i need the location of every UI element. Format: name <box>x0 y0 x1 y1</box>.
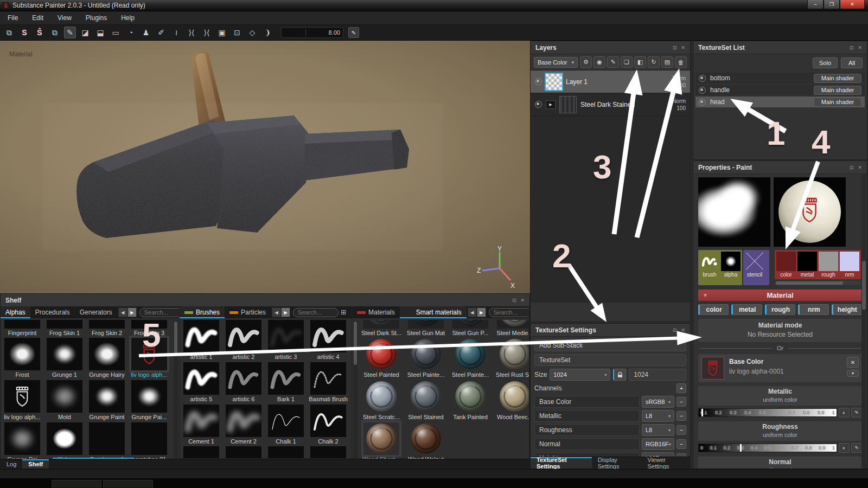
alpha-item[interactable]: Grunge Pai... <box>130 380 169 420</box>
channel-format-dropdown[interactable]: RGB16F ▾ <box>642 438 674 450</box>
textureset-row[interactable]: head Main shader <box>695 97 865 107</box>
title-bar[interactable]: S Substance Painter 2.0.3 - Untitled (Re… <box>0 0 868 11</box>
properties-scrollbar[interactable] <box>861 174 866 468</box>
brush-item[interactable] <box>266 446 305 458</box>
layer-tool-icon[interactable]: ◧ <box>634 56 646 68</box>
base-color-resource-card[interactable]: Base Color liv logo alpha-0001 ✕ ▾ <box>698 354 862 382</box>
brushes-search-input[interactable] <box>293 308 339 317</box>
channel-name[interactable]: Roughness <box>534 424 640 436</box>
float-panel-icon[interactable]: ⊡ <box>512 298 516 303</box>
prev-tab-icon[interactable]: ◀ <box>118 307 127 317</box>
layer-tool-icon[interactable]: ▤ <box>661 56 673 68</box>
toolbar-icon[interactable]: ❩ <box>261 27 273 38</box>
channel-name[interactable]: Metallic <box>534 410 640 422</box>
material-item[interactable]: Steel Painted <box>361 338 402 378</box>
grayscale-toggle-icon[interactable]: ◐ <box>839 443 850 453</box>
material-item[interactable]: Steel Medie... <box>494 320 529 336</box>
restore-button[interactable]: ❐ <box>824 0 840 9</box>
menu-item[interactable]: Help <box>121 14 135 22</box>
toolbar-icon[interactable]: ◔ <box>125 27 137 38</box>
channel-format-dropdown[interactable]: L8 ▾ <box>642 424 674 436</box>
brush-item[interactable]: Chalk 2 <box>309 404 348 445</box>
clear-resource-button[interactable]: ✕ <box>847 357 859 368</box>
brush-item[interactable] <box>224 446 263 458</box>
toolbar-icon[interactable]: ✎ <box>64 27 76 38</box>
material-channel-slot[interactable]: color <box>776 252 796 278</box>
main-shader-button[interactable]: Main shader <box>814 86 861 95</box>
settings-tab[interactable]: Display Settings <box>592 457 642 468</box>
toolbar-icon[interactable]: ◪ <box>79 27 91 38</box>
remove-channel-button[interactable]: − <box>676 425 686 435</box>
brush-item[interactable]: Cement 1 <box>182 404 221 445</box>
material-channel-slot[interactable]: rough <box>819 252 838 278</box>
layer-thumbnail[interactable] <box>559 96 577 113</box>
materials-search-input[interactable] <box>489 308 529 317</box>
viewport-3d[interactable]: Material Y Z X <box>0 41 530 293</box>
channel-name[interactable]: Base Color <box>534 396 640 408</box>
close-button[interactable]: ✕ <box>840 0 865 9</box>
brush-item[interactable]: artistic 1 <box>182 320 221 360</box>
alpha-item[interactable]: Sandpaper 1 <box>87 422 126 459</box>
prev-tab-icon[interactable]: ◀ <box>272 307 281 317</box>
brush-item[interactable]: artistic 4 <box>309 320 348 360</box>
material-item[interactable]: Tank Painted <box>450 380 491 420</box>
alpha-item[interactable]: liv logo alph... <box>3 380 42 420</box>
layer-row[interactable]: ▶ Steel Dark Stained Norm 100 <box>531 93 690 116</box>
channel-toggle-button[interactable]: nrm <box>798 304 828 315</box>
shelf-tab[interactable]: Smart materials <box>400 306 467 318</box>
material-item[interactable]: Steel Scratc... <box>361 380 402 420</box>
materials-scrollbar[interactable] <box>353 320 358 458</box>
toolbar-icon[interactable]: ≀ <box>170 27 182 38</box>
material-item[interactable]: Steel Rust S... <box>494 338 529 378</box>
brush-size-edit-icon[interactable]: ✎ <box>348 27 359 38</box>
shelf-tab[interactable]: Particles <box>225 306 271 318</box>
layer-visibility-icon[interactable] <box>535 78 542 85</box>
size-value-field[interactable]: 1024 <box>629 369 686 381</box>
remove-channel-button[interactable]: − <box>676 397 686 407</box>
viewport-mode-label[interactable]: Material <box>9 50 33 58</box>
size-dropdown[interactable]: 1024 ▾ <box>550 369 610 381</box>
layer-tool-icon[interactable]: ❏ <box>621 56 633 68</box>
material-item[interactable]: Steel Dark St... <box>361 320 402 336</box>
resource-dropdown-button[interactable]: ▾ <box>847 370 859 377</box>
layer-name[interactable]: Steel Dark Stained <box>580 101 635 108</box>
layer-name[interactable]: Layer 1 <box>566 78 588 86</box>
menu-item[interactable]: File <box>8 14 18 22</box>
channel-toggle-button[interactable]: height <box>832 304 862 315</box>
shelf-tab[interactable]: Materials <box>352 306 400 318</box>
layer-tool-icon[interactable]: ◉ <box>593 56 605 68</box>
edit-value-icon[interactable]: ✎ <box>851 443 862 453</box>
alphas-search-input[interactable] <box>139 308 180 317</box>
channel-format-dropdown[interactable]: L8 ▾ <box>642 410 674 422</box>
alpha-item[interactable]: Grunge Hairy <box>87 338 126 378</box>
channel-toggle-button[interactable]: metal <box>731 304 762 315</box>
next-tab-icon[interactable]: ▶ <box>281 307 290 317</box>
shelf-bottom-tab[interactable]: Log <box>1 459 22 468</box>
main-shader-button[interactable]: Main shader <box>814 98 861 107</box>
close-panel-icon[interactable]: ✕ <box>520 298 525 303</box>
menu-item[interactable]: View <box>58 14 72 22</box>
layer-tool-icon[interactable]: ✎ <box>607 56 619 68</box>
toolbar-icon[interactable]: ▣ <box>216 27 228 38</box>
toolbar-icon[interactable]: S <box>18 27 30 38</box>
textureset-field[interactable]: TextureSet <box>534 354 686 366</box>
prev-tab-icon[interactable]: ◀ <box>468 307 477 317</box>
material-channel-slot[interactable]: metal <box>797 252 817 278</box>
material-section-header[interactable]: ▼ Material <box>698 290 862 301</box>
textureset-visibility-icon[interactable] <box>699 87 706 94</box>
sub-stack-button[interactable]: Add Sub-Stack <box>534 339 686 351</box>
next-tab-icon[interactable]: ▶ <box>127 307 137 317</box>
material-channel-slot[interactable]: nrm <box>840 252 859 278</box>
float-panel-icon[interactable]: ⊡ <box>850 165 854 170</box>
brush-slot[interactable]: brush <box>700 252 719 284</box>
layer-expand-icon[interactable]: ▶ <box>546 100 556 109</box>
shelf-tab[interactable]: Generators <box>75 306 117 318</box>
alpha-item[interactable]: liv logo alph... <box>130 338 169 378</box>
settings-tab[interactable]: Viewer Settings <box>642 457 690 468</box>
shelf-tab[interactable]: Alphas <box>1 306 30 318</box>
brush-item[interactable]: Chalk 1 <box>266 404 305 445</box>
layer-row[interactable]: Layer 1 Norm 100 <box>531 70 690 93</box>
brush-item[interactable]: artistic 2 <box>224 320 263 360</box>
brush-item[interactable] <box>182 446 221 458</box>
alpha-item[interactable]: Grunge Pai <box>3 422 42 459</box>
